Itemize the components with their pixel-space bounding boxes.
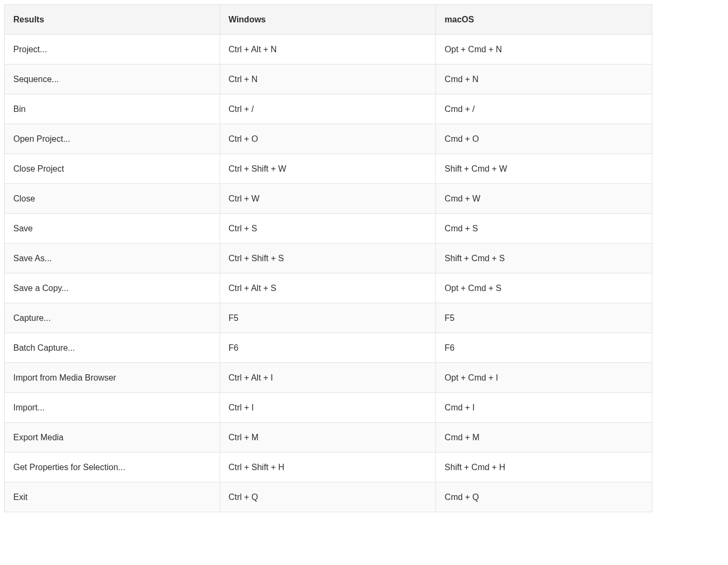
cell-macos: F6 [436,333,652,363]
cell-results: Export Media [5,423,220,453]
cell-windows: Ctrl + / [220,94,436,124]
cell-windows: Ctrl + M [220,423,436,453]
cell-results: Import... [5,393,220,423]
table-row: Bin Ctrl + / Cmd + / [5,94,652,124]
table-header-row: Results Windows macOS [5,5,652,35]
cell-macos: Cmd + W [436,184,652,214]
table-row: Open Project... Ctrl + O Cmd + O [5,124,652,154]
cell-windows: Ctrl + Shift + H [220,453,436,482]
cell-results: Save a Copy... [5,273,220,303]
table-row: Close Project Ctrl + Shift + W Shift + C… [5,154,652,184]
table-row: Exit Ctrl + Q Cmd + Q [5,482,652,512]
cell-results: Close Project [5,154,220,184]
header-results: Results [5,5,220,35]
table-row: Export Media Ctrl + M Cmd + M [5,423,652,453]
table-row: Import from Media Browser Ctrl + Alt + I… [5,363,652,393]
cell-macos: Opt + Cmd + I [436,363,652,393]
cell-macos: Cmd + / [436,94,652,124]
cell-windows: Ctrl + Q [220,482,436,512]
cell-results: Batch Capture... [5,333,220,363]
cell-results: Save As... [5,244,220,273]
table-row: Sequence... Ctrl + N Cmd + N [5,64,652,94]
cell-results: Exit [5,482,220,512]
cell-macos: Cmd + M [436,423,652,453]
table-row: Batch Capture... F6 F6 [5,333,652,363]
cell-results: Sequence... [5,64,220,94]
cell-results: Close [5,184,220,214]
cell-macos: Opt + Cmd + S [436,273,652,303]
table-row: Save As... Ctrl + Shift + S Shift + Cmd … [5,244,652,273]
cell-macos: Cmd + S [436,214,652,244]
cell-macos: Opt + Cmd + N [436,35,652,64]
table-row: Save Ctrl + S Cmd + S [5,214,652,244]
cell-windows: Ctrl + Alt + N [220,35,436,64]
cell-windows: Ctrl + Alt + S [220,273,436,303]
cell-macos: Cmd + N [436,64,652,94]
cell-results: Get Properties for Selection... [5,453,220,482]
shortcuts-table: Results Windows macOS Project... Ctrl + … [4,4,652,512]
cell-windows: Ctrl + Shift + W [220,154,436,184]
table-row: Import... Ctrl + I Cmd + I [5,393,652,423]
cell-results: Project... [5,35,220,64]
cell-windows: F6 [220,333,436,363]
cell-macos: Shift + Cmd + S [436,244,652,273]
cell-results: Capture... [5,303,220,333]
cell-results: Import from Media Browser [5,363,220,393]
cell-windows: Ctrl + Alt + I [220,363,436,393]
cell-windows: Ctrl + Shift + S [220,244,436,273]
table-row: Capture... F5 F5 [5,303,652,333]
table-row: Project... Ctrl + Alt + N Opt + Cmd + N [5,35,652,64]
cell-windows: Ctrl + W [220,184,436,214]
cell-windows: F5 [220,303,436,333]
table-row: Get Properties for Selection... Ctrl + S… [5,453,652,482]
cell-results: Bin [5,94,220,124]
cell-results: Save [5,214,220,244]
header-windows: Windows [220,5,436,35]
table-row: Save a Copy... Ctrl + Alt + S Opt + Cmd … [5,273,652,303]
cell-macos: Cmd + I [436,393,652,423]
cell-windows: Ctrl + I [220,393,436,423]
cell-results: Open Project... [5,124,220,154]
cell-macos: F5 [436,303,652,333]
table-row: Close Ctrl + W Cmd + W [5,184,652,214]
cell-macos: Shift + Cmd + W [436,154,652,184]
cell-windows: Ctrl + N [220,64,436,94]
header-macos: macOS [436,5,652,35]
cell-windows: Ctrl + S [220,214,436,244]
cell-macos: Shift + Cmd + H [436,453,652,482]
cell-macos: Cmd + Q [436,482,652,512]
cell-macos: Cmd + O [436,124,652,154]
cell-windows: Ctrl + O [220,124,436,154]
